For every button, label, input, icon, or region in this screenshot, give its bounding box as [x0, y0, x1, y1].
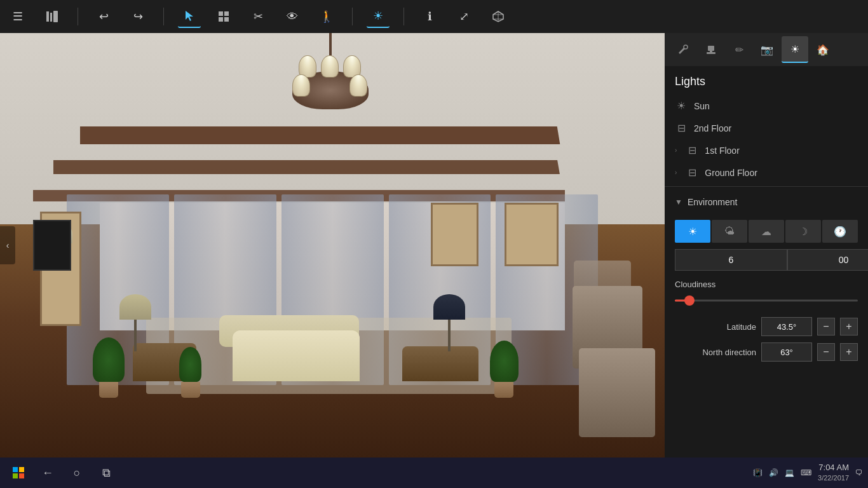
toolbar-separator-2 [163, 8, 164, 25]
north-direction-row: North direction − + [675, 342, 858, 362]
light-item-ground-floor[interactable]: › ⊟ Ground Floor [665, 161, 868, 184]
toolbar-separator-3 [352, 8, 353, 25]
toolbar-separator-4 [403, 8, 404, 25]
environment-header[interactable]: ▼ Environment [665, 189, 868, 215]
library-button[interactable] [41, 5, 64, 28]
latitude-decrease-button[interactable]: − [817, 318, 835, 336]
sun-icon: ☀ [675, 100, 688, 112]
right-panel: ✏ 📷 ☀ 🏠 Lights ☀ Sun ⊟ 2nd Floor › ⊟ 1st… [665, 33, 868, 458]
light-item-1st-floor-label: 1st Floor [705, 146, 739, 156]
tv-screen [33, 220, 71, 271]
tod-clock-button[interactable]: 🕐 [822, 220, 858, 243]
plant-3 [490, 341, 519, 398]
tab-paint[interactable] [670, 36, 696, 63]
volume-icon[interactable]: 🔊 [769, 468, 778, 477]
lamp-shade-right [433, 294, 465, 320]
plant-pot-2 [181, 382, 200, 398]
svg-rect-13 [13, 473, 18, 478]
time-hour-input[interactable] [675, 249, 787, 271]
top-toolbar: ☰ ↩ ↪ ✂ 👁 🚶 ☀ ℹ ⤢ [0, 0, 868, 33]
cloudiness-slider[interactable] [675, 294, 858, 307]
svg-rect-12 [19, 467, 24, 472]
tod-clear-day-button[interactable]: ☀ [675, 220, 710, 243]
lighting-button[interactable]: ☀ [367, 5, 390, 28]
plant-pot-1 [99, 382, 118, 398]
latitude-input[interactable] [761, 317, 812, 336]
svg-rect-8 [708, 46, 714, 51]
latitude-row: Latitude − + [675, 317, 858, 336]
ime-icon[interactable]: ⌨ [801, 468, 811, 477]
tab-camera[interactable]: 📷 [754, 36, 780, 63]
time-inputs [675, 249, 858, 271]
lamp-pole-left [134, 320, 137, 351]
notification-icon[interactable]: 🗨 [855, 468, 863, 477]
tod-partly-cloudy-button[interactable]: 🌤 [712, 220, 747, 243]
light-item-1st-floor[interactable]: › ⊟ 1st Floor [665, 139, 868, 161]
chandelier [292, 33, 369, 109]
back-button[interactable]: ← [34, 459, 61, 486]
info-button[interactable]: ℹ [418, 5, 441, 28]
scissors-button[interactable]: ✂ [247, 5, 269, 28]
eye-button[interactable]: 👁 [281, 5, 304, 28]
light-item-sun[interactable]: ☀ Sun [665, 95, 868, 117]
tab-house[interactable]: 🏠 [810, 36, 836, 63]
clock-area[interactable]: 7:04 AM 3/22/2017 [818, 463, 849, 482]
latitude-label: Latitude [675, 322, 756, 332]
light-item-2nd-floor[interactable]: ⊟ 2nd Floor [665, 117, 868, 139]
tod-night-button[interactable]: ☽ [785, 220, 821, 243]
svg-rect-11 [13, 467, 18, 472]
plant-pot-3 [494, 382, 513, 398]
redo-button[interactable]: ↪ [126, 5, 149, 28]
objects-button[interactable] [212, 5, 235, 28]
svg-rect-9 [707, 52, 715, 54]
expand-icon-1st-floor: › [675, 147, 677, 154]
latitude-increase-button[interactable]: + [840, 318, 858, 336]
accent-chair-right [402, 346, 478, 381]
start-button[interactable] [5, 459, 32, 486]
tab-lighting[interactable]: ☀ [782, 36, 808, 63]
svg-rect-3 [219, 11, 223, 16]
tod-cloudy-button[interactable]: ☁ [749, 220, 784, 243]
lights-title: Lights [665, 66, 868, 95]
svg-rect-2 [53, 11, 58, 22]
search-button[interactable]: ○ [64, 459, 90, 486]
ceiling-beam-2 [53, 160, 560, 174]
cloudiness-label: Cloudiness [675, 280, 858, 289]
expand-icon-ground-floor: › [675, 169, 677, 176]
toolbar-separator-1 [78, 8, 78, 25]
task-view-button[interactable]: ⧉ [93, 459, 119, 486]
svg-rect-0 [46, 11, 49, 22]
clock-time: 7:04 AM [818, 463, 849, 473]
time-minute-input[interactable] [787, 249, 868, 271]
expand-button[interactable]: ⤢ [452, 5, 475, 28]
panel-separator [665, 186, 868, 187]
3d-viewport[interactable]: ‹ [0, 33, 665, 458]
network-icon[interactable]: 💻 [785, 468, 794, 477]
slider-track [675, 300, 858, 302]
north-direction-input[interactable] [761, 342, 812, 362]
tab-draw[interactable]: ✏ [726, 36, 752, 63]
select-tool-button[interactable] [178, 5, 201, 28]
lamp-pole-right [448, 320, 451, 351]
undo-button[interactable]: ↩ [92, 5, 115, 28]
3d-button[interactable] [487, 5, 510, 28]
chandelier-light-2 [321, 55, 339, 78]
plant-top-3 [490, 341, 519, 382]
north-direction-increase-button[interactable]: + [840, 343, 858, 361]
svg-rect-1 [50, 13, 52, 22]
slider-thumb[interactable] [684, 295, 695, 306]
menu-button[interactable]: ☰ [6, 5, 29, 28]
lights-section: Lights ☀ Sun ⊟ 2nd Floor › ⊟ 1st Floor ›… [665, 66, 868, 184]
svg-rect-14 [19, 473, 24, 478]
wall-painting-3 [505, 203, 559, 266]
plant-2 [179, 347, 201, 398]
north-direction-decrease-button[interactable]: − [817, 343, 835, 361]
light-item-2nd-floor-label: 2nd Floor [694, 123, 731, 133]
plant-top-2 [179, 347, 201, 382]
side-nav-arrow[interactable]: ‹ [0, 226, 15, 264]
tab-stamp[interactable] [698, 36, 724, 63]
panel-tabs: ✏ 📷 ☀ 🏠 [665, 33, 868, 66]
time-of-day-buttons: ☀ 🌤 ☁ ☽ 🕐 [675, 220, 858, 243]
svg-rect-6 [224, 17, 229, 22]
walk-button[interactable]: 🚶 [315, 5, 338, 28]
